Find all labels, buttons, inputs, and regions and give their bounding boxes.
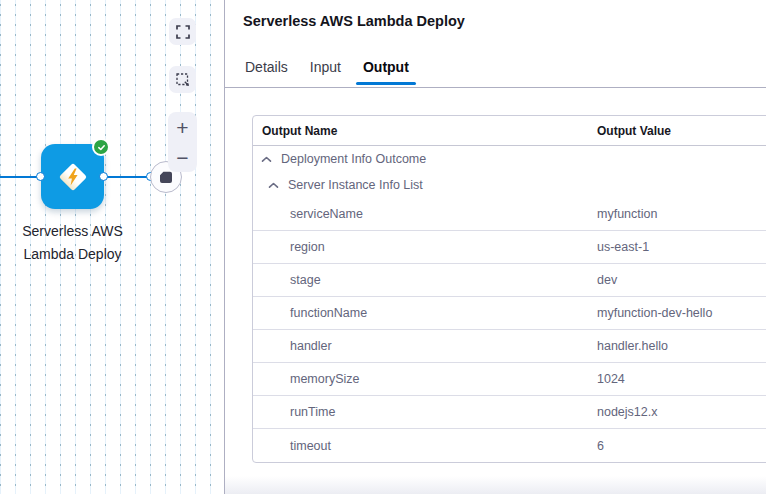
marquee-select-icon bbox=[176, 73, 190, 87]
tab-details[interactable]: Details bbox=[245, 59, 288, 85]
connector-line-right bbox=[104, 176, 150, 178]
output-name: region bbox=[253, 240, 597, 254]
fullscreen-icon bbox=[176, 25, 190, 39]
zoom-in-button[interactable]: + bbox=[168, 112, 197, 142]
success-badge bbox=[92, 138, 110, 156]
table-row: functionName myfunction-dev-hello bbox=[253, 297, 766, 330]
output-value: 1024 bbox=[597, 372, 766, 386]
zoom-out-button[interactable]: − bbox=[168, 142, 197, 172]
section-label: Server Instance Info List bbox=[288, 178, 423, 192]
node-port-out[interactable] bbox=[99, 172, 108, 181]
fullscreen-button[interactable] bbox=[169, 18, 196, 45]
tabs-divider bbox=[225, 87, 766, 88]
document-icon bbox=[159, 171, 173, 184]
table-row: handler handler.hello bbox=[253, 330, 766, 363]
output-value: dev bbox=[597, 273, 766, 287]
output-value: us-east-1 bbox=[597, 240, 766, 254]
aws-lambda-bolt-icon bbox=[55, 159, 91, 195]
output-name: functionName bbox=[253, 306, 597, 320]
table-row: timeout 6 bbox=[253, 429, 766, 462]
output-value: handler.hello bbox=[597, 339, 766, 353]
panel-title: Serverless AWS Lambda Deploy bbox=[243, 13, 465, 29]
section-row-deployment-info[interactable]: Deployment Info Outcome bbox=[253, 146, 766, 172]
output-name: stage bbox=[253, 273, 597, 287]
output-value: myfunction bbox=[597, 207, 766, 221]
chevron-up-icon bbox=[268, 182, 279, 189]
zoom-toolbar: + − bbox=[168, 112, 197, 172]
node-port-in[interactable] bbox=[36, 172, 45, 181]
output-value: 6 bbox=[597, 439, 766, 453]
output-name: runTime bbox=[253, 405, 597, 419]
table-header-row: Output Name Output Value bbox=[253, 116, 766, 146]
table-row: region us-east-1 bbox=[253, 231, 766, 264]
connector-line-left bbox=[0, 176, 41, 178]
output-name: memorySize bbox=[253, 372, 597, 386]
output-value: myfunction-dev-hello bbox=[597, 306, 766, 320]
panel-tabs: Details Input Output bbox=[245, 59, 409, 85]
pipeline-canvas[interactable]: Serverless AWS Lambda Deploy + − bbox=[0, 0, 224, 494]
table-row: serviceName myfunction bbox=[253, 198, 766, 231]
column-header-output-value: Output Value bbox=[597, 124, 766, 138]
table-row: stage dev bbox=[253, 264, 766, 297]
table-row: runTime nodejs12.x bbox=[253, 396, 766, 429]
marquee-select-button[interactable] bbox=[169, 66, 196, 93]
section-row-server-instance-info[interactable]: Server Instance Info List bbox=[253, 172, 766, 198]
check-icon bbox=[97, 143, 106, 152]
tab-output[interactable]: Output bbox=[363, 59, 409, 85]
output-value: nodejs12.x bbox=[597, 405, 766, 419]
chevron-up-icon bbox=[261, 156, 272, 163]
output-name: serviceName bbox=[253, 207, 597, 221]
tab-input[interactable]: Input bbox=[310, 59, 341, 85]
outputs-table: Output Name Output Value Deployment Info… bbox=[252, 115, 766, 463]
step-details-panel: Serverless AWS Lambda Deploy Details Inp… bbox=[225, 0, 766, 494]
output-name: timeout bbox=[253, 439, 597, 453]
column-header-output-name: Output Name bbox=[253, 124, 597, 138]
node-label: Serverless AWS Lambda Deploy bbox=[10, 220, 135, 266]
table-row: memorySize 1024 bbox=[253, 363, 766, 396]
section-label: Deployment Info Outcome bbox=[281, 152, 426, 166]
output-name: handler bbox=[253, 339, 597, 353]
